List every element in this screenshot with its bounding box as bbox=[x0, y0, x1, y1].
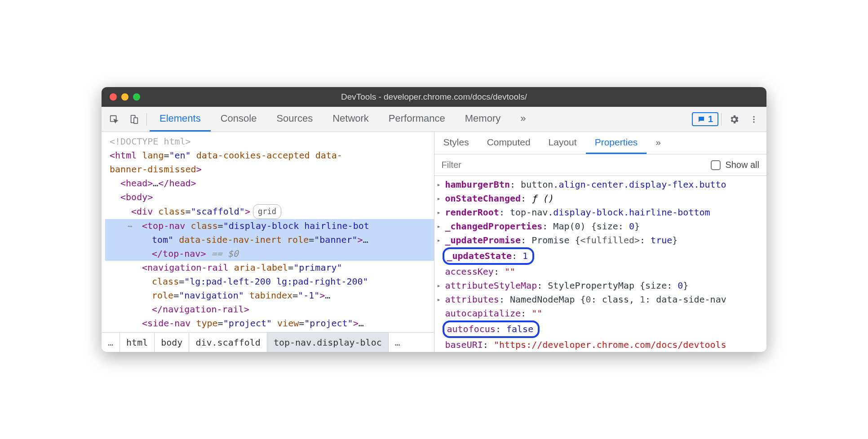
tab-layout[interactable]: Layout bbox=[540, 132, 586, 154]
issues-badge[interactable]: 1 bbox=[692, 112, 718, 126]
doctype-node[interactable]: <!DOCTYPE html> bbox=[105, 135, 434, 149]
grid-badge[interactable]: grid bbox=[253, 204, 281, 219]
show-all-label: Show all bbox=[725, 160, 759, 170]
tab-console[interactable]: Console bbox=[211, 107, 267, 132]
show-all-toggle[interactable]: Show all bbox=[711, 160, 759, 170]
prop-render-root[interactable]: renderRoot: top-nav.display-block.hairli… bbox=[437, 206, 767, 220]
sidebar-panel: Styles Computed Layout Properties » Show… bbox=[434, 132, 767, 352]
prop-changed-properties[interactable]: _changedProperties: Map(0) {size: 0} bbox=[437, 220, 767, 233]
breadcrumb-html[interactable]: html bbox=[120, 333, 154, 352]
prop-update-state[interactable]: _updateState: 1 bbox=[437, 247, 767, 265]
breadcrumb-overflow-right[interactable]: … bbox=[388, 333, 407, 352]
tabs-overflow-icon[interactable]: » bbox=[510, 107, 536, 132]
elements-panel: <!DOCTYPE html> <html lang="en" data-coo… bbox=[102, 132, 434, 352]
svg-point-4 bbox=[753, 119, 754, 120]
prop-attribute-style-map[interactable]: attributeStyleMap: StylePropertyMap {siz… bbox=[437, 279, 767, 293]
prop-autocapitalize[interactable]: autocapitalize: "" bbox=[437, 307, 767, 320]
svg-point-5 bbox=[753, 121, 754, 123]
tab-memory[interactable]: Memory bbox=[455, 107, 510, 132]
body-node[interactable]: <body> bbox=[105, 190, 434, 204]
window-title: DevTools - developer.chrome.com/docs/dev… bbox=[102, 92, 766, 102]
main-tabs: Elements Console Sources Network Perform… bbox=[150, 107, 536, 132]
eq-dollar-zero: == $0 bbox=[206, 248, 238, 259]
prop-on-state-changed[interactable]: onStateChanged: ƒ () bbox=[437, 192, 767, 206]
svg-point-3 bbox=[753, 116, 754, 117]
sidebar-tabs-overflow-icon[interactable]: » bbox=[647, 132, 670, 154]
issue-icon bbox=[697, 115, 705, 123]
filter-input[interactable] bbox=[442, 160, 705, 170]
toolbar-divider bbox=[146, 113, 147, 126]
tab-styles[interactable]: Styles bbox=[434, 132, 478, 154]
tab-computed[interactable]: Computed bbox=[478, 132, 540, 154]
properties-list[interactable]: hamburgerBtn: button.align-center.displa… bbox=[434, 176, 767, 352]
sidebar-tabs: Styles Computed Layout Properties » bbox=[434, 132, 767, 154]
prop-autofocus[interactable]: autofocus: false bbox=[437, 320, 767, 338]
head-node[interactable]: <head>…</head> bbox=[105, 176, 434, 190]
svg-rect-2 bbox=[134, 118, 137, 123]
top-nav-node[interactable]: ⋯<top-nav class="display-block hairline-… bbox=[105, 219, 434, 261]
settings-gear-icon[interactable] bbox=[724, 114, 744, 125]
more-menu-icon[interactable] bbox=[744, 115, 764, 124]
breadcrumb-div-scaffold[interactable]: div.scaffold bbox=[189, 333, 267, 352]
tab-performance[interactable]: Performance bbox=[379, 107, 455, 132]
tab-elements[interactable]: Elements bbox=[150, 107, 211, 132]
prop-access-key[interactable]: accessKey: "" bbox=[437, 265, 767, 279]
tab-properties[interactable]: Properties bbox=[586, 132, 647, 154]
titlebar: DevTools - developer.chrome.com/docs/dev… bbox=[102, 87, 766, 107]
breadcrumb-top-nav[interactable]: top-nav.display-bloc bbox=[267, 333, 388, 352]
toolbar-divider bbox=[721, 113, 722, 126]
tab-network[interactable]: Network bbox=[323, 107, 379, 132]
ellipsis-icon[interactable]: ⋯ bbox=[128, 219, 133, 233]
main-toolbar: Elements Console Sources Network Perform… bbox=[102, 107, 766, 132]
prop-update-promise[interactable]: _updatePromise: Promise {<fulfilled>: tr… bbox=[437, 233, 767, 247]
devtools-window: DevTools - developer.chrome.com/docs/dev… bbox=[102, 87, 766, 352]
inspect-element-icon[interactable] bbox=[104, 114, 124, 124]
breadcrumb-overflow-left[interactable]: … bbox=[102, 333, 120, 352]
html-open-tag[interactable]: <html lang="en" data-cookies-accepted da… bbox=[105, 149, 434, 176]
tab-sources[interactable]: Sources bbox=[266, 107, 323, 132]
device-toolbar-icon[interactable] bbox=[124, 114, 144, 124]
prop-base-uri[interactable]: baseURI: "https://developer.chrome.com/d… bbox=[437, 338, 767, 352]
side-nav-node[interactable]: <side-nav type="project" view="project">… bbox=[105, 316, 434, 330]
dom-tree[interactable]: <!DOCTYPE html> <html lang="en" data-coo… bbox=[102, 132, 434, 332]
main-panels: <!DOCTYPE html> <html lang="en" data-coo… bbox=[102, 132, 766, 352]
issues-count: 1 bbox=[708, 114, 713, 124]
breadcrumb-body[interactable]: body bbox=[154, 333, 189, 352]
prop-hamburger-btn[interactable]: hamburgerBtn: button.align-center.displa… bbox=[437, 178, 767, 192]
prop-attributes[interactable]: attributes: NamedNodeMap {0: class, 1: d… bbox=[437, 293, 767, 307]
div-scaffold-node[interactable]: <div class="scaffold">grid bbox=[105, 204, 434, 219]
show-all-checkbox[interactable] bbox=[711, 160, 721, 170]
breadcrumb-bar: … html body div.scaffold top-nav.display… bbox=[102, 332, 434, 352]
filter-bar: Show all bbox=[434, 154, 767, 176]
navigation-rail-node[interactable]: <navigation-rail aria-label="primary" cl… bbox=[105, 261, 434, 316]
